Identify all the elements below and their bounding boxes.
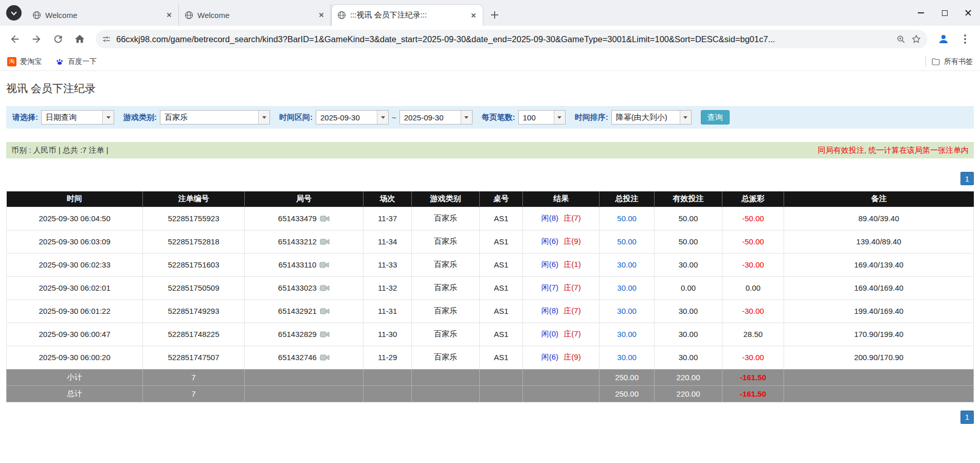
browser-tab-2[interactable]: Welcome xyxy=(179,4,331,26)
cell-payout: -30.00 xyxy=(722,346,784,369)
cell-valid-bet: 30.00 xyxy=(655,253,722,276)
game-type-label: 游戏类别: xyxy=(123,113,157,122)
forward-button[interactable] xyxy=(27,29,46,49)
cell-valid-bet: 50.00 xyxy=(655,207,722,230)
total-bet-link[interactable]: 30.00 xyxy=(617,260,637,269)
browser-tab-active[interactable]: :::视讯 会员下注纪录::: xyxy=(331,4,483,26)
table-row: 2025-09-30 06:03:09 522851752818 6514332… xyxy=(7,230,974,253)
result-banker: 庄(7) xyxy=(564,213,580,222)
cell-result: 闲(6) 庄(1) xyxy=(523,253,600,276)
video-replay-icon[interactable] xyxy=(320,215,330,222)
dropdown-button[interactable] xyxy=(258,111,269,124)
total-label: 总计 xyxy=(7,385,143,402)
reload-icon xyxy=(52,33,64,45)
cell-round: 651433110 xyxy=(244,253,363,276)
all-bookmarks-button[interactable]: 所有书签 xyxy=(931,57,973,66)
page-1-button[interactable]: 1 xyxy=(960,172,974,185)
header-valid-bet: 有效投注 xyxy=(655,191,722,207)
back-button[interactable] xyxy=(5,29,25,49)
result-player: 闲(8) xyxy=(541,213,558,222)
select-mode-dropdown[interactable]: 日期查询 xyxy=(41,110,114,124)
subtotal-label: 小计 xyxy=(7,369,143,385)
tab-close-icon[interactable] xyxy=(165,11,173,19)
back-arrow-icon xyxy=(9,33,21,45)
window-close-button[interactable] xyxy=(956,0,980,26)
baidu-paw-favicon xyxy=(55,57,64,66)
tab-close-icon[interactable] xyxy=(469,11,478,20)
dropdown-button[interactable] xyxy=(680,111,691,124)
site-settings-icon[interactable] xyxy=(102,34,111,44)
cell-result: 闲(6) 庄(9) xyxy=(523,230,600,253)
cell-bet-id: 522851748225 xyxy=(143,323,245,346)
video-replay-icon[interactable] xyxy=(320,284,330,292)
page-size-label: 每页笔数: xyxy=(482,113,515,122)
video-replay-icon[interactable] xyxy=(320,354,330,361)
round-number: 651433110 xyxy=(278,260,316,269)
video-replay-icon[interactable] xyxy=(320,331,330,338)
cell-round: 651433212 xyxy=(244,230,363,253)
address-bar[interactable]: 66cxkj98.com/game/betrecord_search/kind3… xyxy=(96,30,928,48)
browser-menu-button[interactable] xyxy=(955,29,975,49)
sort-order-label: 时间排序: xyxy=(575,113,608,122)
total-bet-link[interactable]: 30.00 xyxy=(617,307,637,315)
cell-result: 闲(7) 庄(7) xyxy=(523,276,600,299)
cell-session: 11-31 xyxy=(364,299,412,323)
video-replay-icon[interactable] xyxy=(320,308,330,315)
cell-table-no: AS1 xyxy=(479,207,523,230)
tab-title: Welcome xyxy=(45,11,161,20)
window-minimize-button[interactable] xyxy=(909,0,933,26)
cell-table-no: AS1 xyxy=(479,323,523,346)
total-bet-link[interactable]: 30.00 xyxy=(617,283,637,292)
dropdown-button[interactable] xyxy=(554,111,565,124)
bookmark-baidu[interactable]: 百度一下 xyxy=(55,57,97,66)
dropdown-button[interactable] xyxy=(461,111,472,124)
globe-favicon xyxy=(337,11,346,20)
reload-button[interactable] xyxy=(48,29,68,49)
home-button[interactable] xyxy=(70,29,89,49)
browser-tab-1[interactable]: Welcome xyxy=(27,4,179,26)
video-replay-icon[interactable] xyxy=(319,261,329,269)
currency-summary-text: 币别 : 人民币 | 总共 :7 注单 | xyxy=(11,146,108,155)
all-bookmarks-label: 所有书签 xyxy=(944,57,973,66)
dropdown-button[interactable] xyxy=(377,111,388,124)
sort-order-dropdown[interactable]: 降幂(由大到小) xyxy=(611,110,692,124)
cell-result: 闲(8) 庄(7) xyxy=(523,207,600,230)
cell-session: 11-30 xyxy=(364,323,412,346)
date-end-dropdown[interactable]: 2025-09-30 xyxy=(400,110,473,124)
total-empty-cell xyxy=(244,385,363,402)
tab-title: Welcome xyxy=(197,11,313,20)
cell-table-no: AS1 xyxy=(479,299,523,323)
cell-payout: -50.00 xyxy=(722,207,784,230)
page-1-button[interactable]: 1 xyxy=(960,411,974,424)
cell-time: 2025-09-30 06:03:09 xyxy=(7,230,143,253)
cell-session: 11-37 xyxy=(364,207,412,230)
bookmark-aitaobao[interactable]: 淘 爱淘宝 xyxy=(7,57,42,66)
cell-note: 169.40/139.40 xyxy=(784,253,974,276)
cell-total-bet: 30.00 xyxy=(600,299,655,323)
window-maximize-button[interactable] xyxy=(933,0,956,26)
total-bet-link[interactable]: 50.00 xyxy=(617,237,637,246)
total-bet-link[interactable]: 50.00 xyxy=(617,214,637,223)
date-start-dropdown[interactable]: 2025-09-30 xyxy=(316,110,389,124)
zoom-icon[interactable] xyxy=(896,34,906,44)
search-button[interactable]: 查询 xyxy=(701,110,730,124)
tab-search-button[interactable] xyxy=(6,5,22,21)
page-size-dropdown[interactable]: 100 xyxy=(518,110,566,124)
profile-avatar-button[interactable] xyxy=(934,29,953,49)
total-bet-link[interactable]: 30.00 xyxy=(617,353,637,362)
cell-round: 651433479 xyxy=(244,207,363,230)
cell-bet-id: 522851751603 xyxy=(143,253,245,276)
bookmark-star-icon[interactable] xyxy=(911,34,921,44)
total-empty-cell xyxy=(364,385,412,402)
home-icon xyxy=(74,33,85,45)
round-number: 651432746 xyxy=(278,353,317,362)
subtotal-payout: -161.50 xyxy=(722,369,784,385)
tab-close-icon[interactable] xyxy=(317,11,325,19)
new-tab-button[interactable] xyxy=(487,8,502,22)
pagination-bottom: 1 xyxy=(6,411,974,424)
game-type-dropdown[interactable]: 百家乐 xyxy=(160,110,270,124)
total-bet-link[interactable]: 30.00 xyxy=(617,330,637,339)
video-replay-icon[interactable] xyxy=(320,238,330,245)
dropdown-button[interactable] xyxy=(102,111,114,124)
date-end-value: 2025-09-30 xyxy=(400,111,461,124)
